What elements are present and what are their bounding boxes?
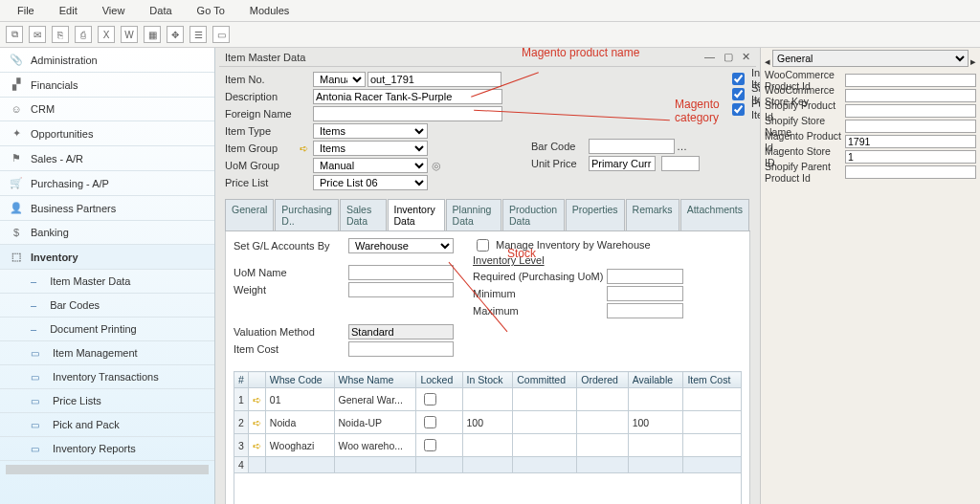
col-ordered[interactable]: Ordered [577, 372, 628, 388]
sidebar-item-sales[interactable]: ⚑Sales - A/R [0, 146, 214, 171]
tab-inventory-data[interactable]: Inventory Data [388, 199, 445, 230]
cell[interactable]: Woo wareho... [334, 434, 416, 457]
sidebar-sub-inventory-transactions[interactable]: Inventory Transactions [0, 365, 214, 389]
menu-view[interactable]: View [91, 3, 137, 18]
cell[interactable]: 01 [265, 388, 334, 411]
cell[interactable] [683, 434, 742, 457]
col-committed[interactable]: Committed [513, 372, 577, 388]
toolbar-mail-icon[interactable]: ✉ [29, 26, 46, 43]
minimize-icon[interactable]: — [704, 51, 715, 62]
locked-checkbox[interactable] [424, 393, 436, 405]
menu-goto[interactable]: Go To [186, 3, 236, 18]
foreign-name-field[interactable] [313, 106, 502, 121]
cell[interactable]: General War... [334, 388, 416, 411]
toolbar-grid-icon[interactable]: ▦ [144, 26, 161, 43]
uom-name-field[interactable] [348, 265, 454, 280]
sidebar-item-opportunities[interactable]: ✦Opportunities [0, 121, 214, 146]
item-no-field[interactable] [368, 72, 501, 87]
sidebar-item-inventory[interactable]: ⬚Inventory [0, 245, 214, 270]
menu-data[interactable]: Data [138, 3, 183, 18]
uom-browse-icon[interactable]: ◎ [432, 160, 441, 172]
col-available[interactable]: Available [628, 372, 683, 388]
item-group-select[interactable]: Items [313, 141, 428, 156]
grid-row[interactable]: 4 [234, 457, 742, 473]
udf-nav-right-icon[interactable]: ▸ [970, 55, 976, 67]
toolbar-move-icon[interactable]: ✥ [167, 26, 184, 43]
toolbar-layout-icon[interactable]: ▭ [212, 26, 230, 43]
shopify-parent-product-id-field[interactable] [845, 165, 976, 179]
tab-attachments[interactable]: Attachments [680, 199, 749, 230]
cell[interactable]: Noida-UP [334, 411, 416, 434]
price-list-select[interactable]: Price List 06 [313, 175, 428, 190]
set-gl-select[interactable]: Warehouse [348, 238, 454, 253]
menu-edit[interactable]: Edit [48, 3, 89, 18]
grid-row[interactable]: 1 ➪ 01 General War... [234, 388, 742, 411]
item-type-select[interactable]: Items [313, 123, 428, 139]
cell[interactable] [462, 388, 513, 411]
cell[interactable] [683, 411, 742, 434]
tab-sales-data[interactable]: Sales Data [340, 199, 387, 230]
link-arrow-icon[interactable]: ➪ [248, 411, 265, 434]
cell[interactable]: Wooghazi [265, 434, 334, 457]
woo-store-key-field[interactable] [845, 89, 976, 102]
weight-field[interactable] [348, 282, 454, 297]
sidebar-item-purchasing[interactable]: 🛒Purchasing - A/P [0, 171, 214, 196]
udf-category-select[interactable]: General [772, 50, 969, 67]
sidebar-sub-barcodes[interactable]: Bar Codes [0, 294, 214, 318]
locked-checkbox[interactable] [424, 439, 436, 451]
tab-planning-data[interactable]: Planning Data [446, 199, 501, 230]
sidebar-scrollbar[interactable] [6, 465, 209, 474]
link-arrow-icon[interactable]: ➪ [300, 142, 313, 155]
grid-row[interactable]: 2 ➪ Noida Noida-UP 100 100 [234, 411, 742, 434]
barcode-field[interactable] [589, 139, 675, 154]
magento-store-id-field[interactable] [845, 150, 976, 164]
magento-product-id-field[interactable] [845, 135, 976, 148]
sidebar-item-crm[interactable]: ☺CRM [0, 98, 214, 121]
udf-nav-left-icon[interactable]: ◂ [765, 55, 770, 67]
cell[interactable] [248, 457, 265, 473]
sidebar-item-business-partners[interactable]: 👤Business Partners [0, 196, 214, 221]
menu-file[interactable]: File [6, 3, 46, 18]
col-item-cost[interactable]: Item Cost [683, 372, 742, 388]
cell[interactable] [577, 388, 628, 411]
cell[interactable] [683, 457, 742, 473]
inventory-item-checkbox[interactable] [732, 73, 745, 85]
description-field[interactable] [313, 89, 502, 104]
cell[interactable] [265, 457, 334, 473]
cell[interactable] [577, 457, 628, 473]
tab-properties[interactable]: Properties [566, 199, 625, 230]
cell[interactable] [628, 434, 683, 457]
required-field[interactable] [607, 269, 683, 284]
uom-group-select[interactable]: Manual [313, 158, 428, 173]
cell[interactable] [628, 388, 683, 411]
col-whse-code[interactable]: Whse Code [265, 372, 334, 388]
cell[interactable] [683, 388, 742, 411]
sidebar-sub-item-management[interactable]: Item Management [0, 341, 214, 365]
tab-general[interactable]: General [225, 199, 274, 230]
cell[interactable] [334, 457, 416, 473]
tab-production-data[interactable]: Production Data [502, 199, 565, 230]
sidebar-sub-pick-and-pack[interactable]: Pick and Pack [0, 413, 214, 437]
col-whse-name[interactable]: Whse Name [334, 372, 416, 388]
sidebar-sub-inventory-reports[interactable]: Inventory Reports [0, 437, 214, 461]
maximum-field[interactable] [607, 303, 683, 318]
cell[interactable] [513, 457, 577, 473]
tab-remarks[interactable]: Remarks [626, 199, 679, 230]
toolbar-form-icon[interactable]: ☰ [189, 26, 207, 43]
col-arrow[interactable] [248, 372, 265, 388]
manage-by-warehouse-checkbox[interactable] [477, 239, 489, 252]
sidebar-sub-price-lists[interactable]: Price Lists [0, 389, 214, 413]
cell[interactable]: Noida [265, 411, 334, 434]
shopify-store-name-field[interactable] [845, 120, 976, 133]
cell[interactable] [577, 411, 628, 434]
cell[interactable] [513, 411, 577, 434]
unitprice-field[interactable] [661, 156, 700, 171]
cell[interactable]: 100 [628, 411, 683, 434]
sidebar-item-banking[interactable]: $Banking [0, 221, 214, 245]
cell[interactable] [513, 434, 577, 457]
shopify-product-id-field[interactable] [845, 104, 976, 118]
link-arrow-icon[interactable]: ➪ [248, 388, 265, 411]
woo-product-id-field[interactable] [845, 74, 976, 87]
col-locked[interactable]: Locked [416, 372, 462, 388]
cell[interactable] [577, 434, 628, 457]
